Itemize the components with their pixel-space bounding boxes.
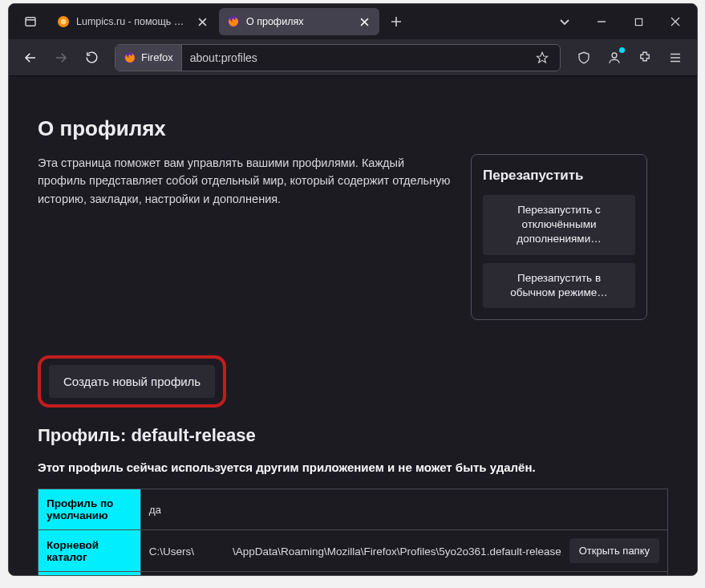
create-profile-button[interactable]: Создать новый профиль	[49, 365, 215, 398]
browser-window: Lumpics.ru - помощь с компьютером О проф…	[8, 3, 698, 576]
restart-normal-button[interactable]: Перезапустить в обычном режиме…	[483, 263, 635, 308]
tab-strip: Lumpics.ru - помощь с компьютером О проф…	[9, 4, 697, 39]
new-tab-button[interactable]	[384, 10, 408, 34]
row-default-value: да	[140, 489, 667, 530]
restart-panel: Перезапустить Перезапустить с отключённы…	[471, 154, 647, 320]
tabs-dropdown-button[interactable]	[553, 10, 577, 34]
row-root-label: Корневой каталог	[38, 530, 141, 572]
forward-button[interactable]	[47, 44, 75, 71]
identity-label: Firefox	[141, 51, 173, 63]
page-title: О профилях	[38, 116, 668, 141]
extensions-icon[interactable]	[631, 44, 658, 71]
redacted-segment	[194, 544, 233, 555]
profile-warning: Этот профиль сейчас используется другим …	[38, 460, 668, 474]
recent-browsing-button[interactable]	[17, 10, 44, 34]
svg-rect-12	[635, 18, 642, 25]
tab-lumpics[interactable]: Lumpics.ru - помощь с компьютером	[49, 8, 217, 35]
account-icon[interactable]	[601, 44, 628, 71]
back-button[interactable]	[17, 44, 44, 71]
table-row: Профиль по умолчанию да	[38, 489, 668, 530]
intro-text: Эта страница поможет вам управлять вашим…	[38, 154, 455, 208]
profile-table: Профиль по умолчанию да Корневой каталог…	[38, 489, 668, 575]
navigation-toolbar: Firefox	[9, 39, 697, 76]
tab-title: О профилях	[246, 16, 350, 27]
tab-about-profiles[interactable]: О профилях	[219, 8, 379, 35]
identity-box[interactable]: Firefox	[115, 45, 182, 71]
svg-rect-0	[26, 18, 35, 26]
row-local-label: Локальный каталог	[38, 572, 141, 575]
open-folder-button[interactable]: Открыть папку	[569, 538, 659, 563]
close-window-button[interactable]	[657, 4, 694, 39]
url-bar[interactable]: Firefox	[115, 44, 561, 71]
row-default-label: Профиль по умолчанию	[38, 489, 141, 530]
tab-title: Lumpics.ru - помощь с компьютером	[76, 16, 188, 27]
minimize-button[interactable]	[583, 4, 620, 39]
app-menu-icon[interactable]	[662, 44, 689, 71]
svg-point-19	[612, 53, 617, 58]
restart-no-addons-button[interactable]: Перезапустить с отключёнными дополнениям…	[483, 195, 635, 255]
restart-heading: Перезапустить	[483, 168, 635, 184]
shield-icon[interactable]	[570, 44, 598, 71]
close-icon[interactable]	[357, 14, 371, 29]
firefox-icon	[124, 51, 136, 64]
url-input[interactable]	[182, 51, 531, 64]
root-path: C:\Users\\AppData\Roaming\Mozilla\Firefo…	[149, 538, 659, 563]
svg-point-3	[61, 19, 67, 25]
table-row: Корневой каталог C:\Users\\AppData\Roami…	[38, 530, 668, 572]
maximize-button[interactable]	[620, 4, 657, 39]
close-icon[interactable]	[195, 14, 209, 29]
favicon-firefox	[227, 15, 240, 28]
window-controls	[583, 4, 694, 39]
table-row: Локальный каталог C:\Users\\AppData\Loca…	[38, 572, 668, 575]
favicon-lumpics	[57, 15, 70, 28]
reload-button[interactable]	[78, 44, 105, 71]
svg-marker-18	[537, 52, 547, 63]
highlight-annotation: Создать новый профиль	[38, 355, 226, 408]
page-content: О профилях Эта страница поможет вам упра…	[9, 76, 697, 575]
profile-heading: Профиль: default-release	[38, 425, 668, 446]
bookmark-star-icon[interactable]	[531, 47, 553, 69]
